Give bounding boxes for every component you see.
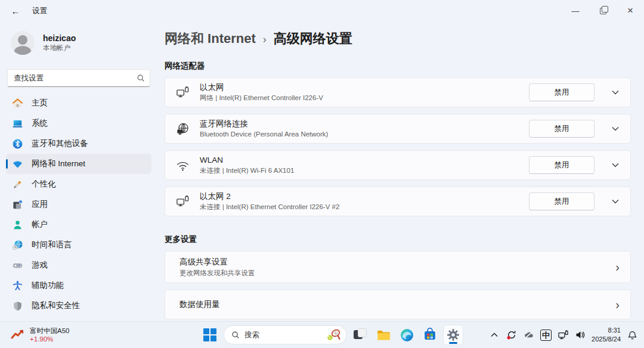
sidebar-item-gaming[interactable]: 游戏 [6, 255, 151, 275]
disable-button[interactable]: 禁用 [529, 156, 595, 174]
sidebar-item-label: 辅助功能 [32, 280, 64, 291]
adapter-description: 未连接 | Intel(R) Ethernet Controller I226-… [200, 203, 529, 212]
adapter-description: 未连接 | Intel(R) Wi-Fi 6 AX101 [200, 166, 529, 175]
sidebar-item-accessibility[interactable]: 辅助功能 [6, 275, 151, 296]
sidebar-item-label: 系统 [32, 118, 48, 129]
network-tray-icon[interactable] [557, 329, 569, 341]
row-subtitle: 更改网络发现和共享设置 [179, 269, 615, 278]
breadcrumb-separator: › [263, 33, 267, 46]
search-icon [231, 331, 240, 339]
settings-search-box[interactable] [7, 69, 150, 87]
accounts-icon [12, 219, 23, 231]
settings-window: ← 设置 — × heizicao 本地帐户 [0, 0, 644, 348]
system-icon [12, 118, 23, 129]
system-tray: 中 8:31 2025/8/24 [488, 322, 640, 348]
network-icon [12, 159, 23, 170]
edge-browser-button[interactable] [397, 325, 416, 344]
sidebar-item-time-language[interactable]: 时间和语言 [6, 235, 151, 255]
breadcrumb-section[interactable]: 网络和 Internet [165, 30, 256, 48]
sidebar-item-home[interactable]: 主页 [6, 93, 151, 113]
sidebar-item-label: 个性化 [32, 179, 56, 189]
volume-icon[interactable] [574, 329, 586, 341]
settings-app-button[interactable] [444, 325, 463, 344]
close-button[interactable]: × [617, 0, 644, 21]
advanced-sharing-settings-row[interactable]: 高级共享设置 更改网络发现和共享设置 › [165, 251, 631, 283]
clock[interactable]: 8:31 2025/8/24 [592, 326, 621, 344]
user-profile[interactable]: heizicao 本地帐户 [6, 21, 151, 61]
taskbar-search[interactable]: 搜索 [224, 325, 346, 344]
chevron-down-icon[interactable] [610, 163, 621, 167]
sidebar-item-label: 时间和语言 [32, 240, 72, 250]
sidebar-item-personalization[interactable]: 个性化 [6, 174, 151, 194]
window-title: 设置 [32, 6, 47, 16]
titlebar: ← 设置 — × [0, 0, 644, 21]
disable-button[interactable]: 禁用 [529, 120, 595, 138]
restore-button[interactable] [589, 0, 617, 21]
sidebar-item-network-internet[interactable]: 网络和 Internet [6, 154, 151, 174]
adapter-name: WLAN [200, 155, 529, 166]
bluetooth-network-icon [175, 122, 190, 136]
time-language-icon [12, 240, 23, 251]
chevron-down-icon[interactable] [610, 199, 621, 204]
main-content: 网络和 Internet › 高级网络设置 网络适配器 以太网 网络 | Int… [165, 21, 631, 322]
adapter-description: 网络 | Intel(R) Ethernet Controller I226-V [200, 94, 529, 102]
user-account-type: 本地帐户 [43, 44, 76, 52]
adapter-name: 以太网 [200, 82, 529, 93]
chevron-down-icon[interactable] [610, 126, 621, 131]
ethernet-icon [175, 195, 190, 209]
update-sync-icon[interactable] [506, 329, 518, 341]
wifi-icon [175, 159, 190, 172]
chevron-down-icon[interactable] [610, 90, 621, 95]
row-title: 高级共享设置 [179, 257, 615, 268]
adapter-name: 蓝牙网络连接 [200, 119, 529, 129]
sidebar-item-label: 隐私和安全性 [32, 300, 80, 311]
row-title: 数据使用量 [179, 299, 615, 310]
disable-button[interactable]: 禁用 [529, 83, 595, 101]
onedrive-paused-icon[interactable] [523, 329, 535, 341]
minimize-button[interactable]: — [562, 0, 589, 21]
apps-icon [12, 199, 23, 210]
sidebar-item-accounts[interactable]: 帐户 [6, 215, 151, 235]
back-button[interactable]: ← [6, 4, 25, 18]
data-usage-row[interactable]: 数据使用量 › [165, 290, 631, 319]
ime-indicator[interactable]: 中 [540, 330, 552, 341]
start-button[interactable] [200, 325, 219, 344]
file-explorer-button[interactable] [374, 325, 393, 344]
adapters-section-heading: 网络适配器 [165, 61, 631, 72]
sidebar-item-privacy-security[interactable]: 隐私和安全性 [6, 296, 151, 316]
ethernet-icon [175, 86, 190, 100]
microsoft-store-button[interactable] [420, 325, 439, 344]
store-icon [423, 328, 437, 342]
adapter-card-ethernet-2: 以太网 2 未连接 | Intel(R) Ethernet Controller… [165, 187, 631, 216]
taskbar-center: 搜索 [200, 322, 463, 348]
adapter-card-ethernet: 以太网 网络 | Intel(R) Ethernet Controller I2… [165, 77, 631, 107]
adapter-card-bluetooth-network: 蓝牙网络连接 Bluetooth Device (Personal Area N… [165, 114, 631, 144]
chevron-right-icon: › [615, 299, 620, 310]
sidebar-item-bluetooth-devices[interactable]: 蓝牙和其他设备 [6, 133, 151, 154]
widgets-button[interactable]: 富时中国A50 +1.90% [6, 322, 74, 348]
avatar [11, 31, 35, 55]
more-section-heading: 更多设置 [165, 234, 631, 245]
adapter-card-wlan: WLAN 未连接 | Intel(R) Wi-Fi 6 AX101 禁用 [165, 150, 631, 180]
restore-icon [600, 8, 606, 14]
disable-button[interactable]: 禁用 [529, 192, 595, 210]
widget-stock-name: 富时中国A50 [30, 327, 69, 335]
sidebar-item-label: 应用 [32, 199, 48, 210]
page-title: 高级网络设置 [274, 30, 352, 48]
adapter-description: Bluetooth Device (Personal Area Network) [200, 130, 529, 139]
folder-icon [376, 328, 391, 343]
sidebar-item-label: 网络和 Internet [32, 159, 85, 169]
breadcrumb: 网络和 Internet › 高级网络设置 [165, 30, 631, 48]
task-view-button[interactable] [351, 325, 370, 344]
widget-stock-change: +1.90% [30, 335, 69, 344]
window-controls: — × [562, 0, 644, 21]
accessibility-icon [12, 280, 23, 291]
sidebar-item-system[interactable]: 系统 [6, 113, 151, 133]
search-icon [137, 74, 145, 82]
gaming-icon [12, 260, 23, 271]
notification-bell-icon[interactable] [626, 329, 638, 341]
tray-chevron-up-icon[interactable] [488, 329, 500, 341]
sidebar-item-apps[interactable]: 应用 [6, 194, 151, 215]
settings-search-input[interactable] [13, 73, 137, 83]
user-name: heizicao [43, 33, 76, 44]
